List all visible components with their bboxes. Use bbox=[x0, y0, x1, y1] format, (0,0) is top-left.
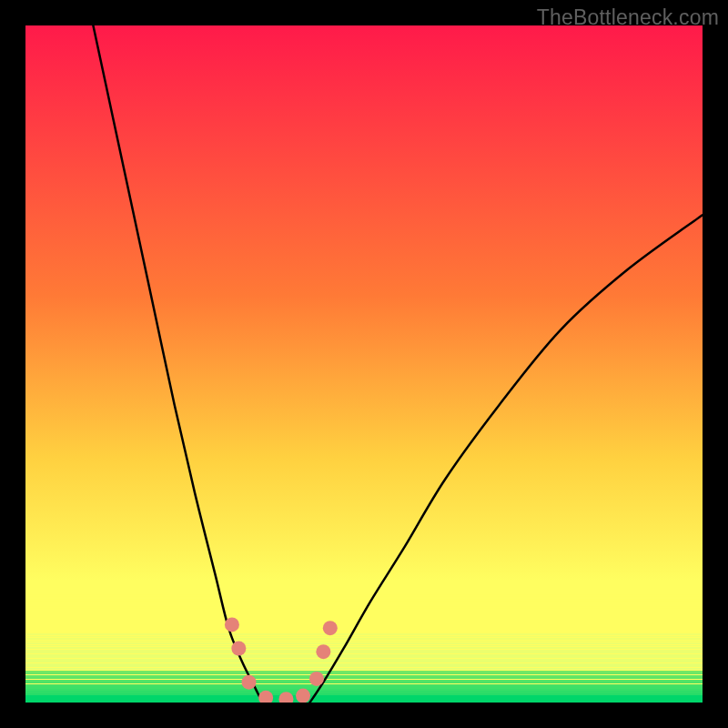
valley-blob bbox=[258, 691, 273, 703]
valley-blob bbox=[316, 644, 330, 659]
valley-blob bbox=[242, 675, 257, 690]
valley-blob bbox=[278, 692, 293, 703]
valley-blob bbox=[296, 689, 310, 703]
bottleneck-curve bbox=[25, 25, 703, 703]
valley-blob bbox=[225, 617, 239, 632]
chart-frame: TheBottleneck.com bbox=[0, 0, 728, 728]
plot-area bbox=[25, 25, 703, 703]
curve-right-curve bbox=[309, 215, 703, 703]
valley-blob bbox=[231, 641, 246, 655]
valley-blob bbox=[323, 621, 338, 635]
valley-blob bbox=[309, 672, 324, 686]
watermark-text: TheBottleneck.com bbox=[537, 5, 719, 30]
curve-left-curve bbox=[93, 25, 262, 703]
